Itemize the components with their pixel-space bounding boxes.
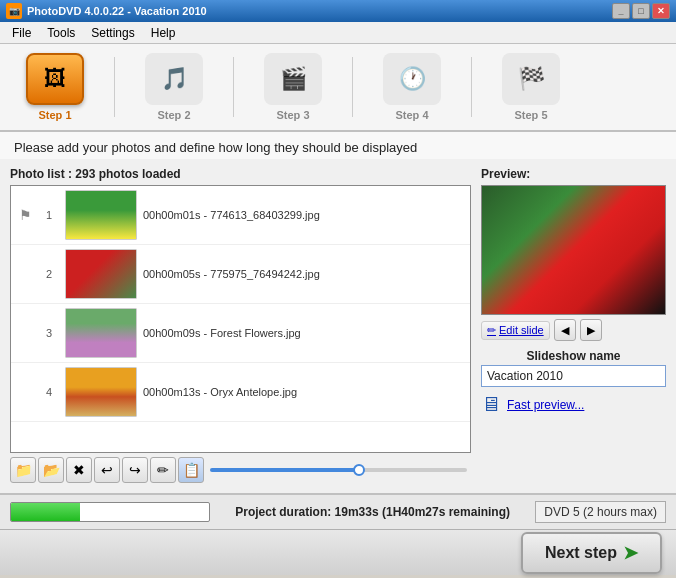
photo-thumbnail xyxy=(65,367,137,417)
duration-slider-container[interactable] xyxy=(210,468,467,472)
menu-help[interactable]: Help xyxy=(143,24,184,42)
progress-bar-fill xyxy=(11,503,80,521)
step-3-icon: 🎬 xyxy=(264,53,322,105)
photo-panel: Photo list : 293 photos loaded ⚑ 1 00h00… xyxy=(10,165,471,487)
step-1[interactable]: 🖼 Step 1 xyxy=(10,53,100,121)
row-number: 1 xyxy=(39,209,59,221)
menu-tools[interactable]: Tools xyxy=(39,24,83,42)
photo-thumbnail xyxy=(65,249,137,299)
main-area: Photo list : 293 photos loaded ⚑ 1 00h00… xyxy=(0,159,676,493)
step-5[interactable]: 🏁 Step 5 xyxy=(486,53,576,121)
preview-photo xyxy=(482,186,665,314)
step-3[interactable]: 🎬 Step 3 xyxy=(248,53,338,121)
edit-slide-button[interactable]: ✏ Edit slide xyxy=(481,321,550,340)
photo-list-header: Photo list : 293 photos loaded xyxy=(10,165,471,185)
duration-text: Project duration: 19m33s (1H40m27s remai… xyxy=(214,505,531,519)
photo-thumbnail xyxy=(65,190,137,240)
edit-button[interactable]: ✏ xyxy=(150,457,176,483)
add-photos-button[interactable]: 📁 xyxy=(10,457,36,483)
step-1-icon: 🖼 xyxy=(26,53,84,105)
nextstep-bar: Next step ➤ xyxy=(0,529,676,575)
photo-toolbar: 📁 📂 ✖ ↩ ↪ ✏ 📋 xyxy=(10,453,471,487)
table-row[interactable]: ⚑ 2 00h00m05s - 775975_76494242.jpg xyxy=(11,245,470,304)
step-2-label: Step 2 xyxy=(157,109,190,121)
photo-list[interactable]: ⚑ 1 00h00m01s - 774613_68403299.jpg ⚑ 2 … xyxy=(10,185,471,453)
fast-preview-row: 🖥 Fast preview... xyxy=(481,387,666,418)
step-2[interactable]: 🎵 Step 2 xyxy=(129,53,219,121)
dvd-info: DVD 5 (2 hours max) xyxy=(535,501,666,523)
move-up-button[interactable]: ↩ xyxy=(94,457,120,483)
prev-slide-button[interactable]: ◀ xyxy=(554,319,576,341)
step-5-label: Step 5 xyxy=(514,109,547,121)
instruction-text: Please add your photos and define how lo… xyxy=(0,132,676,159)
preview-panel: Preview: ✏ Edit slide ◀ ▶ Slideshow name… xyxy=(481,165,666,487)
progress-bar xyxy=(10,502,210,522)
preview-header: Preview: xyxy=(481,165,666,185)
flag-icon: ⚑ xyxy=(17,207,33,223)
step-4-icon: 🕐 xyxy=(383,53,441,105)
close-button[interactable]: ✕ xyxy=(652,3,670,19)
move-down-button[interactable]: ↪ xyxy=(122,457,148,483)
next-step-label: Next step xyxy=(545,544,617,562)
photo-thumbnail xyxy=(65,308,137,358)
row-number: 2 xyxy=(39,268,59,280)
fast-preview-link[interactable]: Fast preview... xyxy=(507,398,584,412)
slider-thumb xyxy=(353,464,365,476)
preview-image xyxy=(481,185,666,315)
menu-settings[interactable]: Settings xyxy=(83,24,142,42)
photo-info: 00h00m09s - Forest Flowers.jpg xyxy=(143,327,301,339)
duration-slider[interactable] xyxy=(210,468,467,472)
row-number: 3 xyxy=(39,327,59,339)
photo-info: 00h00m13s - Oryx Antelope.jpg xyxy=(143,386,297,398)
preview-controls: ✏ Edit slide ◀ ▶ xyxy=(481,315,666,345)
step-divider-2 xyxy=(233,57,234,117)
step-5-icon: 🏁 xyxy=(502,53,560,105)
step-2-icon: 🎵 xyxy=(145,53,203,105)
photo-info: 00h00m01s - 774613_68403299.jpg xyxy=(143,209,320,221)
next-step-button[interactable]: Next step ➤ xyxy=(521,532,662,574)
next-arrow-icon: ➤ xyxy=(623,542,638,564)
slideshow-name-label: Slideshow name xyxy=(481,345,666,365)
add-folder-button[interactable]: 📂 xyxy=(38,457,64,483)
step-divider-1 xyxy=(114,57,115,117)
status-bar: Project duration: 19m33s (1H40m27s remai… xyxy=(0,493,676,529)
row-number: 4 xyxy=(39,386,59,398)
monitor-icon: 🖥 xyxy=(481,393,501,416)
table-row[interactable]: ⚑ 4 00h00m13s - Oryx Antelope.jpg xyxy=(11,363,470,422)
step-divider-4 xyxy=(471,57,472,117)
edit-slide-label: Edit slide xyxy=(499,324,544,336)
photo-info: 00h00m05s - 775975_76494242.jpg xyxy=(143,268,320,280)
step-3-label: Step 3 xyxy=(276,109,309,121)
menu-file[interactable]: File xyxy=(4,24,39,42)
step-4[interactable]: 🕐 Step 4 xyxy=(367,53,457,121)
steps-toolbar: 🖼 Step 1 🎵 Step 2 🎬 Step 3 🕐 Step 4 🏁 St… xyxy=(0,44,676,132)
titlebar: 📷 PhotoDVD 4.0.0.22 - Vacation 2010 _ □ … xyxy=(0,0,676,22)
window-title: PhotoDVD 4.0.0.22 - Vacation 2010 xyxy=(27,5,610,17)
menubar: File Tools Settings Help xyxy=(0,22,676,44)
table-row[interactable]: ⚑ 3 00h00m09s - Forest Flowers.jpg xyxy=(11,304,470,363)
maximize-button[interactable]: □ xyxy=(632,3,650,19)
slideshow-name-input[interactable] xyxy=(481,365,666,387)
remove-button[interactable]: ✖ xyxy=(66,457,92,483)
next-slide-button[interactable]: ▶ xyxy=(580,319,602,341)
step-1-label: Step 1 xyxy=(38,109,71,121)
app-icon: 📷 xyxy=(6,3,22,19)
table-row[interactable]: ⚑ 1 00h00m01s - 774613_68403299.jpg xyxy=(11,186,470,245)
pencil-icon: ✏ xyxy=(487,324,496,337)
minimize-button[interactable]: _ xyxy=(612,3,630,19)
active-button[interactable]: 📋 xyxy=(178,457,204,483)
step-divider-3 xyxy=(352,57,353,117)
step-4-label: Step 4 xyxy=(395,109,428,121)
